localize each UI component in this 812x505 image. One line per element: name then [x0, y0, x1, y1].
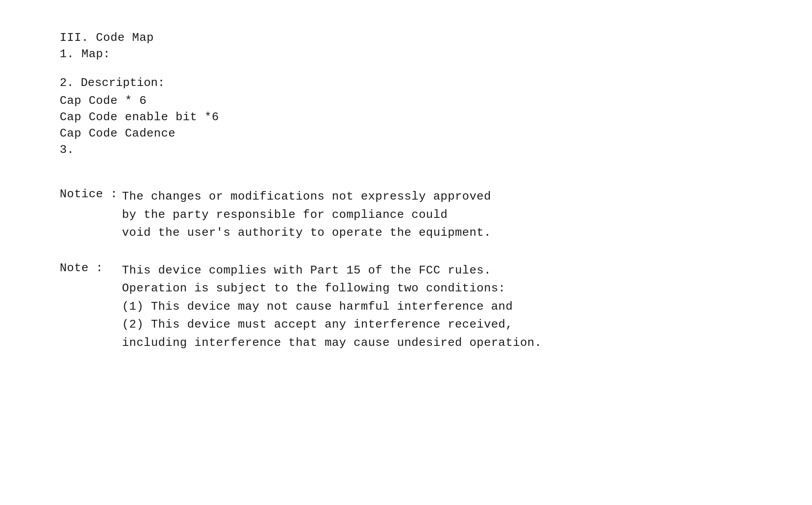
description-item-1: Cap Code * 6 [60, 94, 752, 107]
note-text: This device complies with Part 15 of the… [122, 261, 542, 352]
note-line-4: (2) This device must accept any interfer… [122, 318, 513, 331]
notice-label: Notice : [60, 188, 122, 201]
notice-line-1: The changes or modifications not express… [122, 190, 491, 203]
notice-section: Notice : The changes or modifications no… [60, 188, 752, 352]
description-item-4: 3. [60, 143, 752, 156]
sub-heading: 1. Map: [60, 47, 752, 61]
description-item-2: Cap Code enable bit *6 [60, 110, 752, 124]
notice-block: Notice : The changes or modifications no… [60, 188, 752, 242]
description-item-3: Cap Code Cadence [60, 127, 752, 140]
note-line-3: (1) This device may not cause harmful in… [122, 300, 513, 313]
notice-text: The changes or modifications not express… [122, 188, 491, 242]
document-container: III. Code Map 1. Map: 2. Description: Ca… [37, 23, 776, 379]
note-line-2: Operation is subject to the following tw… [122, 282, 506, 295]
notice-line-3: void the user's authority to operate the… [122, 226, 491, 239]
note-label: Note : [60, 261, 122, 275]
note-line-1: This device complies with Part 15 of the… [122, 264, 491, 277]
description-heading: 2. Description: [60, 76, 752, 89]
notice-line-2: by the party responsible for compliance … [122, 208, 448, 221]
description-section: 2. Description: Cap Code * 6 Cap Code en… [60, 76, 752, 156]
note-block: Note : This device complies with Part 15… [60, 261, 752, 352]
section-heading: III. Code Map [60, 31, 752, 44]
note-line-5: including interference that may cause un… [122, 336, 542, 349]
